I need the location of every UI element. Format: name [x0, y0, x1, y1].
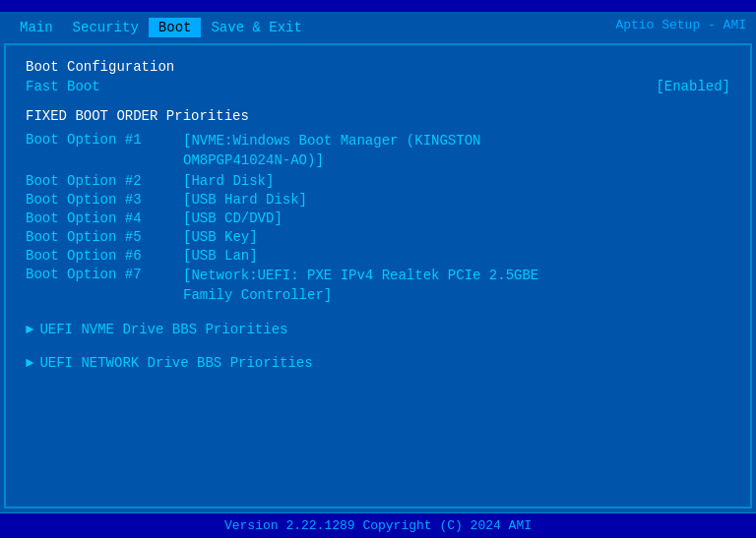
table-row: Boot Option #2 [Hard Disk]	[26, 173, 730, 189]
boot-option-2-value: [Hard Disk]	[183, 173, 274, 189]
menu-item-save-exit[interactable]: Save & Exit	[201, 18, 311, 37]
menu-bar: Aptio Setup - AMI Main Security Boot Sav…	[0, 12, 756, 43]
app-title: Aptio Setup - AMI	[615, 18, 746, 32]
boot-option-3-label[interactable]: Boot Option #3	[26, 192, 183, 208]
arrow-icon: ►	[26, 322, 33, 337]
uefi-nvme-priority-link[interactable]: ► UEFI NVME Drive BBS Priorities	[26, 322, 730, 337]
boot-option-7-label[interactable]: Boot Option #7	[26, 267, 183, 305]
fast-boot-label: Fast Boot	[26, 79, 100, 94]
boot-option-7-value: [Network:UEFI: PXE IPv4 Realtek PCIe 2.5…	[183, 267, 577, 305]
table-row: Boot Option #7 [Network:UEFI: PXE IPv4 R…	[26, 267, 730, 305]
boot-option-4-value: [USB CD/DVD]	[183, 210, 283, 226]
boot-option-5-value: [USB Key]	[183, 229, 258, 245]
fixed-boot-order-title: FIXED BOOT ORDER Priorities	[26, 108, 730, 124]
table-row: Boot Option #4 [USB CD/DVD]	[26, 210, 730, 226]
uefi-network-priority-link[interactable]: ► UEFI NETWORK Drive BBS Priorities	[26, 355, 730, 371]
boot-option-1-label[interactable]: Boot Option #1	[26, 132, 183, 170]
uefi-nvme-priority-label: UEFI NVME Drive BBS Priorities	[39, 322, 287, 337]
status-bar: Version 2.22.1289 Copyright (C) 2024 AMI	[0, 512, 756, 538]
boot-option-6-label[interactable]: Boot Option #6	[26, 248, 183, 264]
boot-option-6-value: [USB Lan]	[183, 248, 258, 264]
boot-option-5-label[interactable]: Boot Option #5	[26, 229, 183, 245]
table-row: Boot Option #1 [NVME:Windows Boot Manage…	[26, 132, 730, 170]
menu-item-main[interactable]: Main	[10, 18, 63, 37]
uefi-network-priority-label: UEFI NETWORK Drive BBS Priorities	[39, 355, 312, 371]
table-row: Boot Option #5 [USB Key]	[26, 229, 730, 245]
fast-boot-row: Fast Boot [Enabled]	[26, 79, 730, 94]
table-row: Boot Option #6 [USB Lan]	[26, 248, 730, 264]
menu-item-boot[interactable]: Boot	[149, 18, 202, 37]
boot-option-4-label[interactable]: Boot Option #4	[26, 210, 183, 226]
table-row: Boot Option #3 [USB Hard Disk]	[26, 192, 730, 208]
boot-option-3-value: [USB Hard Disk]	[183, 192, 307, 208]
fast-boot-value: [Enabled]	[656, 79, 730, 94]
content-area: Boot Configuration Fast Boot [Enabled] F…	[6, 45, 750, 507]
boot-option-2-label[interactable]: Boot Option #2	[26, 173, 183, 189]
arrow-icon: ►	[26, 355, 33, 371]
version-text: Version 2.22.1289 Copyright (C) 2024 AMI	[224, 518, 532, 533]
menu-item-security[interactable]: Security	[63, 18, 149, 37]
boot-option-1-value: [NVME:Windows Boot Manager (KINGSTON OM8…	[183, 132, 577, 170]
boot-config-title: Boot Configuration	[26, 59, 730, 75]
